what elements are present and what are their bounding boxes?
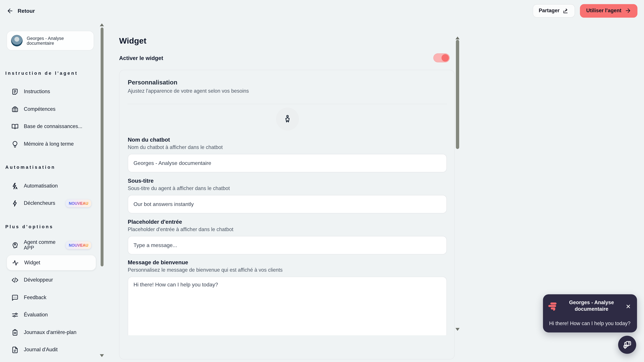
- app-window: Retour Partager Utiliser l'agent Georges…: [0, 0, 644, 362]
- sidebar-item-label: Agent comme APP: [24, 239, 60, 251]
- field-description: Nom du chatbot à afficher dans le chatbo…: [128, 144, 447, 150]
- avatar-upload-button[interactable]: [276, 108, 299, 131]
- field-label: Nom du chatbot: [128, 137, 447, 143]
- message-dots-icon: [12, 294, 18, 301]
- back-button[interactable]: Retour: [6, 7, 35, 14]
- arrow-left-icon: [6, 7, 14, 14]
- share-button[interactable]: Partager: [532, 4, 575, 17]
- section-label-instruction: Instruction de l'agent: [5, 70, 78, 75]
- activity-icon: [12, 259, 19, 266]
- section-label-plus-options: Plus d'options: [5, 224, 54, 229]
- page-title: Widget: [119, 36, 146, 45]
- sidebar-item-label: Widget: [24, 260, 40, 266]
- arrow-right-icon: [625, 7, 631, 14]
- book-open-icon: [12, 123, 18, 130]
- sidebar-item-base-connaissances[interactable]: Base de connaissances...: [6, 119, 96, 134]
- close-icon[interactable]: ✕: [625, 302, 632, 310]
- head-gear-icon: [12, 242, 18, 249]
- sidebar-item-label: Automatisation: [24, 183, 58, 189]
- sidebar-item-label: Développeur: [24, 277, 53, 283]
- card-title: Personnalisation: [128, 79, 178, 86]
- agent-card[interactable]: Georges - Analyse documentaire: [6, 31, 94, 51]
- personnalisation-card: Personnalisation Ajustez l'apparence de …: [119, 70, 455, 360]
- sidebar-item-evaluation[interactable]: Évaluation: [6, 307, 96, 322]
- welcome-message-textarea[interactable]: Hi there! How can I help you today?: [128, 277, 447, 335]
- sidebar-item-label: Déclencheurs: [24, 200, 55, 206]
- sidebar-item-feedback[interactable]: Feedback: [6, 290, 96, 305]
- main-scrollbar-thumb[interactable]: [456, 40, 459, 149]
- field-description: Sous-titre du agent à afficher dans le c…: [128, 186, 447, 191]
- field-description: Placeholder d'entrée à afficher dans le …: [128, 227, 447, 232]
- main-scrollbar[interactable]: [456, 39, 459, 332]
- card-subtitle: Ajustez l'apparence de votre agent selon…: [128, 88, 249, 94]
- chat-launcher-button[interactable]: ?: [618, 336, 636, 354]
- chat-widget-preview: Georges - Analyse documentaire ✕ Hi ther…: [543, 294, 637, 333]
- field-label: Placeholder d'entrée: [128, 219, 447, 225]
- field-sous-titre: Sous-titre Sous-titre du agent à affiche…: [128, 178, 447, 213]
- field-placeholder-entree: Placeholder d'entrée Placeholder d'entré…: [128, 219, 447, 254]
- sidebar: Georges - Analyse documentaire Instructi…: [0, 21, 103, 362]
- nouveau-badge: NOUVEAU: [66, 241, 91, 249]
- chat-bubbles-icon: ?: [622, 340, 632, 350]
- subtitle-input[interactable]: [128, 195, 447, 213]
- svg-text:?: ?: [628, 342, 630, 345]
- sidebar-item-label: Journal d'Audit: [24, 347, 58, 353]
- field-description: Personnalisez le message de bienvenue qu…: [128, 267, 447, 273]
- toggle-knob: [442, 54, 449, 61]
- sidebar-item-declencheurs[interactable]: Déclencheurs NOUVEAU: [6, 196, 96, 211]
- sidebar-item-competences[interactable]: Compétences: [6, 102, 96, 116]
- sidebar-item-journal-audit[interactable]: Journal d'Audit: [6, 342, 96, 357]
- notepad-pen-icon: [12, 88, 18, 95]
- chat-widget-message: Hi there! How can I help you today?: [549, 321, 631, 326]
- field-label: Sous-titre: [128, 178, 447, 184]
- top-bar-actions: Partager Utiliser l'agent: [532, 4, 637, 17]
- share-label: Partager: [539, 8, 560, 13]
- main-scroll-up-arrow[interactable]: [456, 36, 460, 39]
- sidebar-item-label: Base de connaissances...: [24, 123, 82, 129]
- field-message-bienvenue: Message de bienvenue Personnalisez le me…: [128, 259, 447, 337]
- zap-icon: [12, 200, 18, 207]
- sidebar-item-label: Journaux d'arrière-plan: [24, 330, 76, 335]
- sidebar-item-memoire[interactable]: Mémoire à long terme: [6, 137, 96, 151]
- sidebar-item-developpeur[interactable]: Développeur: [6, 273, 96, 287]
- enable-widget-toggle[interactable]: [433, 53, 450, 62]
- share-icon: [563, 7, 569, 14]
- sidebar-item-label: Feedback: [24, 295, 46, 300]
- section-label-automatisation: Automatisation: [5, 165, 56, 169]
- sidebar-item-agent-app[interactable]: Agent comme APP NOUVEAU: [6, 238, 96, 252]
- agent-name: Georges - Analyse documentaire: [27, 36, 90, 45]
- sidebar-item-label: Instructions: [24, 89, 50, 94]
- svg-text:A: A: [16, 187, 18, 189]
- sliders-icon: [12, 311, 18, 319]
- field-label: Message de bienvenue: [128, 259, 447, 266]
- sidebar-item-journaux-arriere-plan[interactable]: Journaux d'arrière-plan: [6, 325, 96, 340]
- clipboard-list-icon: [12, 329, 18, 336]
- nouveau-badge: NOUVEAU: [66, 199, 91, 207]
- code-icon: [12, 276, 18, 283]
- chat-widget-title: Georges - Analyse documentaire: [562, 300, 622, 313]
- use-agent-label: Utiliser l'agent: [586, 8, 622, 13]
- input-placeholder-input[interactable]: [128, 236, 447, 254]
- sidebar-item-widget[interactable]: Widget: [6, 255, 96, 271]
- divider: [128, 104, 447, 104]
- sidebar-item-label: Mémoire à long terme: [24, 141, 74, 147]
- agent-avatar: [11, 35, 23, 46]
- sidebar-item-label: Compétences: [24, 106, 56, 112]
- zap-a-icon: A: [12, 183, 18, 190]
- top-bar: Retour Partager Utiliser l'agent: [0, 0, 644, 21]
- main-scroll-down-arrow[interactable]: [456, 328, 460, 331]
- enable-widget-label: Activer le widget: [119, 55, 163, 61]
- chatbot-name-input[interactable]: [128, 154, 447, 172]
- chat-widget-header: Georges - Analyse documentaire ✕: [543, 294, 637, 318]
- sidebar-item-label: Évaluation: [24, 312, 48, 318]
- sidebar-item-instructions[interactable]: Instructions: [6, 84, 96, 99]
- sidebar-item-automatisation[interactable]: A Automatisation: [6, 178, 96, 193]
- lightbulb-icon: [12, 141, 18, 148]
- back-label: Retour: [18, 7, 35, 14]
- briefcase-icon: [12, 106, 18, 113]
- chat-logo-icon: [548, 302, 558, 311]
- field-nom-du-chatbot: Nom du chatbot Nom du chatbot à afficher…: [128, 137, 447, 172]
- file-text-icon: [12, 346, 18, 353]
- person-icon: [283, 114, 292, 123]
- use-agent-button[interactable]: Utiliser l'agent: [580, 4, 638, 17]
